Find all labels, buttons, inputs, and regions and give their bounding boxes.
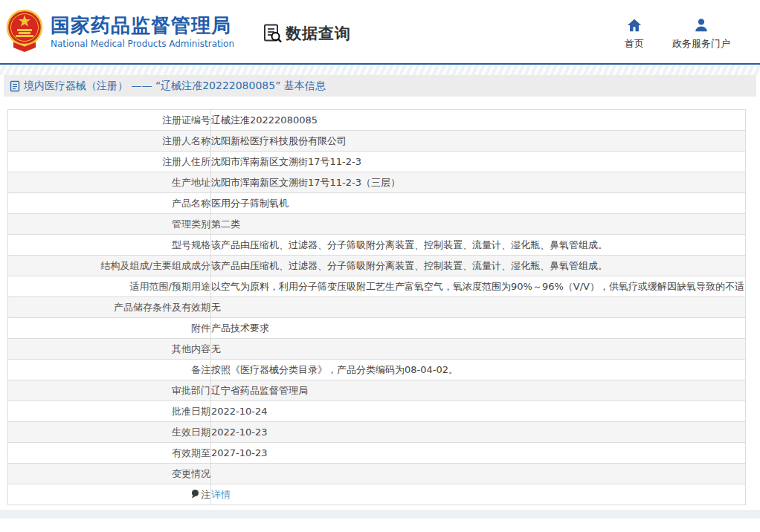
row-value: 沈阳新松医疗科技股份有限公司 [211,131,746,152]
row-value: 2027-10-23 [211,443,746,464]
footer-band [0,510,760,519]
row-label: 产品名称 [8,193,211,214]
hatch-strip [0,65,760,75]
details-link[interactable]: 详情 [211,489,231,500]
nmpa-logo: 国家药品监督管理局 National Medical Products Admi… [6,7,234,56]
row-label: 批准日期 [8,401,211,422]
row-label: 注册证编号 [8,110,211,131]
table-row: 产品储存条件及有效期无 [8,297,746,318]
table-row: 注 详情 [8,484,746,505]
row-value: 无 [211,339,746,360]
page: 国家药品监督管理局 National Medical Products Admi… [0,0,760,519]
row-value: 辽械注准20222080085 [211,110,746,131]
data-query-label: 数据查询 [286,23,351,44]
data-query-module: 数据查询 [263,23,351,44]
table-row: 审批部门辽宁省药品监督管理局 [8,380,746,401]
nav-home[interactable]: 首页 [625,17,644,51]
table-row: 注册证编号辽械注准20222080085 [8,110,746,131]
table-row: 生产地址沈阳市浑南新区文溯街17号11-2-3（三层） [8,172,746,193]
row-label: 生效日期 [8,422,211,443]
table-row: 适用范围/预期用途以空气为原料，利用分子筛变压吸附工艺生产富氧空气，氧浓度范围为… [8,276,746,297]
data-query-icon [263,23,283,43]
row-value: 2022-10-23 [211,422,746,443]
row-label: 附件 [8,318,211,339]
row-label: 产品储存条件及有效期 [8,297,211,318]
row-label: 注 [8,484,211,505]
row-value [211,464,746,484]
table-row: 有效期至2027-10-23 [8,443,746,464]
page-title: 境内医疗器械（注册） —— “辽械注准20222080085” 基本信息 [24,80,326,93]
user-icon [693,17,709,33]
row-label: 其他内容 [8,339,211,360]
title-bar: 境内医疗器械（注册） —— “辽械注准20222080085” 基本信息 [4,75,756,97]
registration-info-table: 注册证编号辽械注准20222080085 注册人名称沈阳新松医疗科技股份有限公司… [7,109,760,505]
table-row: 备注按照《医疗器械分类目录》，产品分类编码为08-04-02。 [8,360,746,380]
row-value: 按照《医疗器械分类目录》，产品分类编码为08-04-02。 [211,360,746,380]
table-row: 批准日期2022-10-24 [8,401,746,422]
row-label: 有效期至 [8,443,211,464]
national-emblem-icon [6,9,43,56]
logo-text: 国家药品监督管理局 National Medical Products Admi… [51,14,234,49]
table-row: 型号规格该产品由压缩机、过滤器、分子筛吸附分离装置、控制装置、流量计、湿化瓶、鼻… [8,235,746,256]
row-value: 辽宁省药品监督管理局 [211,380,746,401]
row-label: 结构及组成/主要组成成分 [8,256,211,276]
table-row: 附件产品技术要求 [8,318,746,339]
row-value: 详情 [211,484,746,505]
document-icon [10,80,20,92]
table-row: 结构及组成/主要组成成分该产品由压缩机、过滤器、分子筛吸附分离装置、控制装置、流… [8,256,746,276]
row-value: 2022-10-24 [211,401,746,422]
logo-title-en: National Medical Products Administration [51,39,234,49]
note-icon [190,489,200,499]
row-label: 生产地址 [8,172,211,193]
row-value: 第二类 [211,214,746,235]
home-icon [626,17,643,33]
row-label: 变更情况 [8,464,211,484]
row-label: 型号规格 [8,235,211,256]
table-row: 注册人名称沈阳新松医疗科技股份有限公司 [8,131,746,152]
note-label: 注 [201,489,210,500]
nav-home-label: 首页 [625,37,644,51]
table-row: 变更情况 [8,464,746,484]
row-label: 备注 [8,360,211,380]
row-value: 该产品由压缩机、过滤器、分子筛吸附分离装置、控制装置、流量计、湿化瓶、鼻氧管组成… [211,235,746,256]
row-value: 沈阳市浑南新区文溯街17号11-2-3（三层） [211,172,746,193]
table-row: 产品名称医用分子筛制氧机 [8,193,746,214]
row-value: 以空气为原料，利用分子筛变压吸附工艺生产富氧空气，氧浓度范围为90%～96%（V… [211,276,746,297]
row-value: 无 [211,297,746,318]
row-value: 沈阳市浑南新区文溯街17号11-2-3 [211,152,746,172]
logo-title-cn: 国家药品监督管理局 [51,14,234,36]
table-row: 管理类别第二类 [8,214,746,235]
row-label: 注册人名称 [8,131,211,152]
row-label: 管理类别 [8,214,211,235]
row-value: 医用分子筛制氧机 [211,193,746,214]
nav-gov-portal-label: 政务服务门户 [672,37,730,51]
row-label: 注册人住所 [8,152,211,172]
header: 国家药品监督管理局 National Medical Products Admi… [0,0,760,63]
header-nav: 首页 政务服务门户 [625,17,760,51]
row-value: 该产品由压缩机、过滤器、分子筛吸附分离装置、控制装置、流量计、湿化瓶、鼻氧管组成… [211,256,746,276]
table-row: 生效日期2022-10-23 [8,422,746,443]
table-row: 注册人住所沈阳市浑南新区文溯街17号11-2-3 [8,152,746,172]
nav-gov-portal[interactable]: 政务服务门户 [672,17,730,51]
row-label: 审批部门 [8,380,211,401]
row-label: 适用范围/预期用途 [8,276,211,297]
row-value: 产品技术要求 [211,318,746,339]
table-row: 其他内容无 [8,339,746,360]
